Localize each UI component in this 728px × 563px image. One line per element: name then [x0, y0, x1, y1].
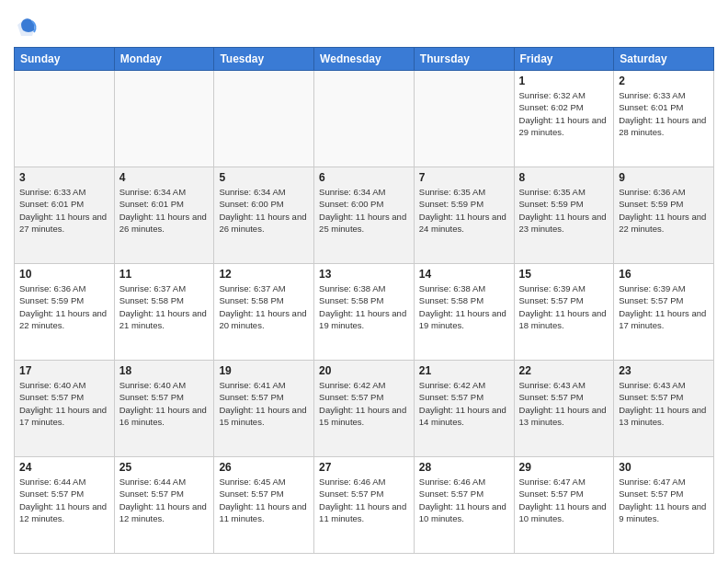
day-number: 28 — [419, 461, 509, 474]
day-number: 13 — [319, 268, 409, 281]
calendar-cell: 12Sunrise: 6:37 AMSunset: 5:58 PMDayligh… — [214, 264, 314, 361]
day-number: 21 — [419, 364, 509, 377]
day-number: 19 — [219, 364, 309, 377]
day-info: Sunrise: 6:40 AMSunset: 5:57 PMDaylight:… — [19, 379, 109, 428]
calendar-cell: 30Sunrise: 6:47 AMSunset: 5:57 PMDayligh… — [614, 457, 714, 554]
day-number: 3 — [19, 171, 109, 184]
day-number: 27 — [319, 461, 409, 474]
day-info: Sunrise: 6:34 AMSunset: 6:00 PMDaylight:… — [319, 186, 409, 235]
day-number: 11 — [119, 268, 210, 281]
calendar-cell: 2Sunrise: 6:33 AMSunset: 6:01 PMDaylight… — [614, 71, 714, 167]
week-row-1: 1Sunrise: 6:32 AMSunset: 6:02 PMDaylight… — [15, 71, 714, 167]
day-info: Sunrise: 6:33 AMSunset: 6:01 PMDaylight:… — [19, 186, 109, 235]
day-number: 23 — [619, 364, 709, 377]
weekday-header-thursday: Thursday — [414, 48, 514, 71]
day-info: Sunrise: 6:46 AMSunset: 5:57 PMDaylight:… — [319, 476, 409, 524]
day-info: Sunrise: 6:38 AMSunset: 5:58 PMDaylight:… — [319, 282, 409, 331]
calendar-cell: 25Sunrise: 6:44 AMSunset: 5:57 PMDayligh… — [114, 457, 214, 554]
day-info: Sunrise: 6:43 AMSunset: 5:57 PMDaylight:… — [619, 379, 709, 428]
day-info: Sunrise: 6:39 AMSunset: 5:57 PMDaylight:… — [619, 282, 709, 331]
calendar-cell — [314, 71, 415, 167]
calendar-cell — [15, 71, 115, 167]
logo-icon — [14, 14, 40, 40]
day-number: 18 — [119, 364, 210, 377]
week-row-4: 17Sunrise: 6:40 AMSunset: 5:57 PMDayligh… — [15, 361, 714, 457]
day-info: Sunrise: 6:46 AMSunset: 5:57 PMDaylight:… — [419, 476, 509, 524]
day-info: Sunrise: 6:33 AMSunset: 6:01 PMDaylight:… — [619, 89, 709, 138]
calendar-cell — [214, 71, 314, 167]
week-row-5: 24Sunrise: 6:44 AMSunset: 5:57 PMDayligh… — [15, 457, 714, 554]
day-number: 29 — [519, 461, 609, 474]
calendar-cell: 8Sunrise: 6:35 AMSunset: 5:59 PMDaylight… — [514, 167, 614, 264]
calendar-cell: 10Sunrise: 6:36 AMSunset: 5:59 PMDayligh… — [15, 264, 115, 361]
week-row-3: 10Sunrise: 6:36 AMSunset: 5:59 PMDayligh… — [15, 264, 714, 361]
day-info: Sunrise: 6:42 AMSunset: 5:57 PMDaylight:… — [319, 379, 409, 428]
day-info: Sunrise: 6:43 AMSunset: 5:57 PMDaylight:… — [519, 379, 609, 428]
day-number: 16 — [619, 268, 709, 281]
calendar-cell — [114, 71, 214, 167]
day-info: Sunrise: 6:37 AMSunset: 5:58 PMDaylight:… — [119, 282, 210, 331]
day-info: Sunrise: 6:44 AMSunset: 5:57 PMDaylight:… — [119, 476, 210, 524]
weekday-header-wednesday: Wednesday — [314, 48, 415, 71]
calendar-cell: 18Sunrise: 6:40 AMSunset: 5:57 PMDayligh… — [114, 361, 214, 457]
calendar-cell: 15Sunrise: 6:39 AMSunset: 5:57 PMDayligh… — [514, 264, 614, 361]
day-number: 2 — [619, 75, 709, 87]
calendar-cell: 5Sunrise: 6:34 AMSunset: 6:00 PMDaylight… — [214, 167, 314, 264]
calendar-cell: 19Sunrise: 6:41 AMSunset: 5:57 PMDayligh… — [214, 361, 314, 457]
calendar-cell: 7Sunrise: 6:35 AMSunset: 5:59 PMDaylight… — [414, 167, 514, 264]
weekday-header-saturday: Saturday — [614, 48, 714, 71]
day-number: 9 — [619, 171, 709, 184]
calendar-cell: 6Sunrise: 6:34 AMSunset: 6:00 PMDaylight… — [314, 167, 415, 264]
day-number: 30 — [619, 461, 709, 474]
calendar-cell: 9Sunrise: 6:36 AMSunset: 5:59 PMDaylight… — [614, 167, 714, 264]
day-info: Sunrise: 6:32 AMSunset: 6:02 PMDaylight:… — [519, 89, 609, 138]
weekday-header-friday: Friday — [514, 48, 614, 71]
day-info: Sunrise: 6:34 AMSunset: 6:01 PMDaylight:… — [119, 186, 210, 235]
day-number: 1 — [519, 75, 609, 87]
calendar-cell: 29Sunrise: 6:47 AMSunset: 5:57 PMDayligh… — [514, 457, 614, 554]
day-number: 20 — [319, 364, 409, 377]
day-number: 7 — [419, 171, 509, 184]
day-number: 15 — [519, 268, 609, 281]
calendar-cell: 27Sunrise: 6:46 AMSunset: 5:57 PMDayligh… — [314, 457, 415, 554]
day-number: 4 — [119, 171, 210, 184]
calendar-cell: 26Sunrise: 6:45 AMSunset: 5:57 PMDayligh… — [214, 457, 314, 554]
day-number: 17 — [19, 364, 109, 377]
day-number: 6 — [319, 171, 409, 184]
calendar-cell: 23Sunrise: 6:43 AMSunset: 5:57 PMDayligh… — [614, 361, 714, 457]
calendar-cell: 28Sunrise: 6:46 AMSunset: 5:57 PMDayligh… — [414, 457, 514, 554]
calendar-cell: 17Sunrise: 6:40 AMSunset: 5:57 PMDayligh… — [15, 361, 115, 457]
day-info: Sunrise: 6:36 AMSunset: 5:59 PMDaylight:… — [19, 282, 109, 331]
weekday-header-monday: Monday — [114, 48, 214, 71]
day-number: 5 — [219, 171, 309, 184]
calendar: SundayMondayTuesdayWednesdayThursdayFrid… — [14, 47, 714, 554]
day-info: Sunrise: 6:34 AMSunset: 6:00 PMDaylight:… — [219, 186, 309, 235]
logo — [14, 14, 43, 40]
day-info: Sunrise: 6:38 AMSunset: 5:58 PMDaylight:… — [419, 282, 509, 331]
day-info: Sunrise: 6:40 AMSunset: 5:57 PMDaylight:… — [119, 379, 210, 428]
day-number: 25 — [119, 461, 210, 474]
weekday-header-sunday: Sunday — [15, 48, 115, 71]
day-info: Sunrise: 6:44 AMSunset: 5:57 PMDaylight:… — [19, 476, 109, 524]
day-info: Sunrise: 6:47 AMSunset: 5:57 PMDaylight:… — [619, 476, 709, 524]
header — [14, 14, 714, 40]
calendar-cell: 4Sunrise: 6:34 AMSunset: 6:01 PMDaylight… — [114, 167, 214, 264]
weekday-header-tuesday: Tuesday — [214, 48, 314, 71]
day-info: Sunrise: 6:37 AMSunset: 5:58 PMDaylight:… — [219, 282, 309, 331]
page: SundayMondayTuesdayWednesdayThursdayFrid… — [0, 0, 728, 563]
calendar-cell — [414, 71, 514, 167]
calendar-cell: 1Sunrise: 6:32 AMSunset: 6:02 PMDaylight… — [514, 71, 614, 167]
day-info: Sunrise: 6:45 AMSunset: 5:57 PMDaylight:… — [219, 476, 309, 524]
day-number: 14 — [419, 268, 509, 281]
day-number: 26 — [219, 461, 309, 474]
day-info: Sunrise: 6:42 AMSunset: 5:57 PMDaylight:… — [419, 379, 509, 428]
day-info: Sunrise: 6:41 AMSunset: 5:57 PMDaylight:… — [219, 379, 309, 428]
calendar-cell: 22Sunrise: 6:43 AMSunset: 5:57 PMDayligh… — [514, 361, 614, 457]
day-number: 22 — [519, 364, 609, 377]
calendar-cell: 21Sunrise: 6:42 AMSunset: 5:57 PMDayligh… — [414, 361, 514, 457]
weekday-header-row: SundayMondayTuesdayWednesdayThursdayFrid… — [15, 48, 714, 71]
calendar-cell: 16Sunrise: 6:39 AMSunset: 5:57 PMDayligh… — [614, 264, 714, 361]
calendar-cell: 13Sunrise: 6:38 AMSunset: 5:58 PMDayligh… — [314, 264, 415, 361]
day-info: Sunrise: 6:47 AMSunset: 5:57 PMDaylight:… — [519, 476, 609, 524]
day-number: 12 — [219, 268, 309, 281]
